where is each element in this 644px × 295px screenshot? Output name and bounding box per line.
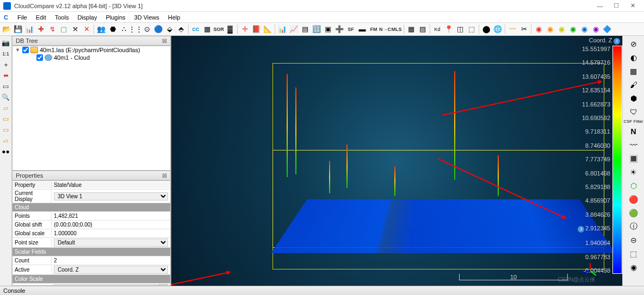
maximize-button[interactable]: ☐ bbox=[608, 1, 624, 11]
clone-icon[interactable]: 👥 bbox=[96, 24, 107, 35]
classify2-icon[interactable]: ▨ bbox=[417, 24, 428, 35]
sun-icon[interactable]: ☀ bbox=[628, 166, 640, 178]
one-to-one-icon[interactable]: 1:1 bbox=[1, 49, 11, 59]
box-icon[interactable]: ▣ bbox=[323, 24, 333, 35]
yellow-cube-icon[interactable]: ◉ bbox=[556, 24, 567, 35]
menu-help[interactable]: Help bbox=[164, 13, 185, 22]
gradient-icon[interactable]: ▬ bbox=[357, 24, 368, 35]
register-icon[interactable]: ⬘ bbox=[176, 24, 187, 35]
pick-icon[interactable]: ⊙ bbox=[141, 24, 152, 35]
minus-icon[interactable]: ⊝ bbox=[628, 234, 640, 246]
grid-icon[interactable]: ▦ bbox=[202, 24, 213, 35]
camera-icon[interactable]: 📷 bbox=[1, 38, 11, 48]
blue-cube-icon[interactable]: ◉ bbox=[579, 24, 590, 35]
point-size-select[interactable]: Default bbox=[54, 238, 168, 247]
multi-cube-icon[interactable]: 🔷 bbox=[602, 24, 612, 35]
contrast-icon[interactable]: ◐ bbox=[628, 52, 640, 64]
nc-tool[interactable]: N→C bbox=[380, 24, 391, 35]
tree-row[interactable]: ▼ 40m1.las (E:/pycharm/PointCloud/las) bbox=[13, 46, 170, 54]
tree-row[interactable]: 40m1 - Cloud bbox=[13, 54, 170, 61]
square-icon[interactable]: ▢ bbox=[58, 24, 69, 35]
menu-3dviews[interactable]: 3D Views bbox=[130, 13, 164, 22]
frame-icon[interactable]: ⬚ bbox=[628, 248, 640, 260]
stats-icon[interactable]: ▤ bbox=[300, 24, 311, 35]
primitive-icon[interactable]: ⬚ bbox=[466, 24, 477, 35]
mls-tool[interactable]: MLS bbox=[391, 24, 402, 35]
calc-icon[interactable]: 🔢 bbox=[311, 24, 322, 35]
current-display-select[interactable]: 3D View 1 bbox=[54, 192, 168, 200]
cube-icon[interactable]: ◫ bbox=[455, 24, 466, 35]
open-icon[interactable]: 📂 bbox=[1, 24, 12, 35]
grid-tool-icon[interactable]: ▦ bbox=[628, 65, 640, 77]
db-tree[interactable]: ▼ 40m1.las (E:/pycharm/PointCloud/las) 4… bbox=[12, 46, 171, 171]
menu-file[interactable]: File bbox=[13, 13, 32, 22]
chart-icon[interactable]: 📈 bbox=[288, 24, 299, 35]
properties-close-icon[interactable]: ☒ bbox=[162, 173, 167, 179]
persp-icon[interactable]: ▱ bbox=[1, 103, 11, 113]
tree-checkbox[interactable] bbox=[22, 47, 29, 53]
center-icon[interactable]: ＋ bbox=[1, 60, 11, 70]
menu-display[interactable]: Display bbox=[73, 13, 101, 22]
globe-icon[interactable]: 🌐 bbox=[492, 24, 503, 35]
polyline-icon[interactable]: ↯ bbox=[47, 24, 58, 35]
tree-checkbox[interactable] bbox=[36, 54, 43, 61]
plus-icon[interactable]: ➕ bbox=[334, 24, 345, 35]
menu-plugins[interactable]: Plugins bbox=[101, 13, 129, 22]
hex-icon[interactable]: ⬢ bbox=[628, 92, 640, 104]
histogram-icon[interactable]: 📊 bbox=[277, 24, 288, 35]
shield-icon[interactable]: 🛡 bbox=[628, 106, 640, 118]
filter-icon[interactable]: ▓ bbox=[225, 24, 236, 35]
compass-icon[interactable]: ✛ bbox=[239, 24, 250, 35]
active-sf-select[interactable]: Coord. Z bbox=[54, 266, 168, 274]
save-icon[interactable]: 💾 bbox=[13, 24, 23, 35]
mesh-icon[interactable]: 〰 bbox=[628, 139, 640, 151]
iso1-icon[interactable]: ▭ bbox=[1, 114, 11, 124]
kd-icon[interactable]: Kd bbox=[432, 24, 443, 35]
colorscale-select[interactable]: Blue>Green>Yellow>Red bbox=[54, 284, 157, 286]
merge-icon[interactable]: ⬣ bbox=[107, 24, 118, 35]
red-cube-icon[interactable]: ◉ bbox=[533, 24, 544, 35]
sphere-icon[interactable]: ⬤ bbox=[481, 24, 492, 35]
cloud-tool-icon[interactable]: 🔳 bbox=[628, 153, 640, 165]
green-cube-icon[interactable]: ◉ bbox=[567, 24, 578, 35]
rgb-icon[interactable]: 🔴 bbox=[628, 193, 640, 205]
marker-icon[interactable]: 📍 bbox=[443, 24, 454, 35]
auto-icon[interactable]: ⬌ bbox=[1, 71, 11, 80]
sf-tool[interactable]: SF bbox=[345, 24, 356, 35]
sor-tool[interactable]: SOR bbox=[213, 24, 224, 35]
point-icon[interactable]: ✚ bbox=[35, 24, 46, 35]
classify-icon[interactable]: ▦ bbox=[406, 24, 417, 35]
stereo-icon[interactable]: ●● bbox=[1, 147, 11, 156]
translate-icon[interactable]: ⤧ bbox=[70, 24, 81, 35]
purple-cube-icon[interactable]: ◉ bbox=[590, 24, 601, 35]
iso2-icon[interactable]: ▭ bbox=[1, 125, 11, 135]
compass-n-icon[interactable]: N bbox=[628, 125, 640, 137]
expand-icon[interactable] bbox=[29, 55, 35, 61]
sample-icon[interactable]: ⋮⋮ bbox=[130, 24, 141, 35]
scissors-icon[interactable]: ✂ bbox=[518, 24, 529, 35]
delete-icon[interactable]: ✕ bbox=[81, 24, 92, 35]
green-icon[interactable]: 🟢 bbox=[628, 207, 640, 219]
expand-icon[interactable]: ▼ bbox=[15, 47, 21, 53]
minimize-button[interactable]: — bbox=[592, 1, 608, 11]
subsample-icon[interactable]: ∴ bbox=[119, 24, 129, 35]
align-icon[interactable]: ⬙ bbox=[164, 24, 175, 35]
dbtree-close-icon[interactable]: ☒ bbox=[162, 38, 167, 44]
close-button[interactable]: ✕ bbox=[624, 1, 641, 11]
book-icon[interactable]: 📕 bbox=[251, 24, 262, 35]
3d-viewport[interactable]: Coord. Z 2 15.551997 14.579716 13.607435… bbox=[171, 36, 622, 286]
colorscale-edit-button[interactable]: ⚙ bbox=[158, 284, 168, 286]
ortho-icon[interactable]: ▭ bbox=[1, 81, 11, 91]
iso3-icon[interactable]: ▱ bbox=[1, 136, 11, 146]
ruler-icon[interactable]: 📐 bbox=[262, 24, 273, 35]
fm-tool[interactable]: FM bbox=[368, 24, 379, 35]
cc-icon[interactable]: CC bbox=[190, 24, 201, 35]
color-icon[interactable]: 🔵 bbox=[153, 24, 164, 35]
orange-cube-icon[interactable]: ◉ bbox=[544, 24, 555, 35]
brush-icon[interactable]: 🖌 bbox=[628, 79, 640, 91]
record-icon[interactable]: ◉ bbox=[628, 261, 640, 273]
zoom-icon[interactable]: 🔍 bbox=[1, 92, 11, 102]
disable-icon[interactable]: ⊘ bbox=[628, 38, 640, 50]
menu-tools[interactable]: Tools bbox=[51, 13, 73, 22]
menu-edit[interactable]: Edit bbox=[32, 13, 51, 22]
